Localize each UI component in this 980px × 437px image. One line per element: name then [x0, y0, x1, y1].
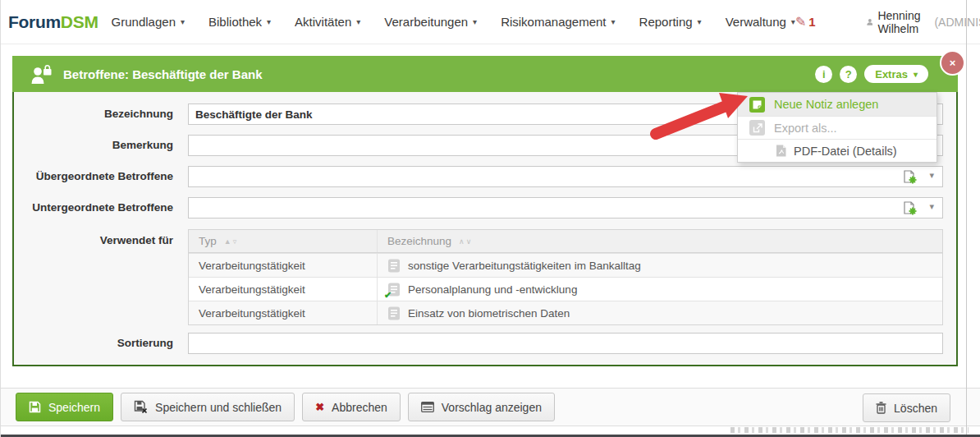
menu-item-reporting[interactable]: Reporting ▾	[639, 15, 702, 29]
cell-typ: Verarbeitungstätigkeit	[199, 260, 305, 272]
panel-header: Betroffene: Beschäftigte der Bank i ? Ex…	[12, 56, 958, 92]
user-icon	[867, 16, 873, 28]
main-menu: Grundlagen ▾ Bibliothek ▾ Aktivitäten ▾ …	[112, 15, 795, 29]
menu-item-bibliothek[interactable]: Bibliothek ▾	[208, 15, 271, 29]
untergeordnete-combo: ▾	[188, 197, 943, 218]
field-row-sortierung: Sortierung	[14, 333, 943, 354]
verwendet-label: Verwendet für	[14, 229, 188, 325]
combo-dropdown-icon[interactable]: ▾	[929, 170, 934, 181]
button-label: Abbrechen	[332, 401, 387, 414]
cell-bezeichnung: Einsatz von biometrischen Daten	[408, 307, 570, 320]
chevron-down-icon: ▾	[473, 17, 477, 26]
menu-label: Bibliothek	[208, 15, 262, 29]
menu-item-verwaltung[interactable]: Verwaltung ▾	[726, 15, 795, 29]
sort-icon: ∧∨	[459, 237, 473, 246]
top-nav: ForumDSM Grundlagen ▾ Bibliothek ▾ Aktiv…	[1, 0, 980, 44]
menu-item-grundlagen[interactable]: Grundlagen ▾	[112, 15, 185, 29]
save-close-icon	[134, 400, 148, 414]
menu-item-new-note[interactable]: Neue Notiz anlegen	[738, 93, 936, 116]
save-icon	[29, 401, 41, 413]
field-row-uebergeordnete: Übergeordnete Betroffene ▾	[14, 166, 943, 187]
button-label: Löschen	[894, 402, 937, 415]
chevron-down-icon: ▾	[181, 17, 185, 26]
field-row-untergeordnete: Untergeordnete Betroffene ▾	[14, 197, 943, 218]
chevron-down-icon: ▾	[611, 17, 616, 26]
menu-label: Risikomanagement	[501, 15, 606, 29]
uebergeordnete-label: Übergeordnete Betroffene	[14, 166, 188, 187]
new-document-icon[interactable]	[903, 170, 917, 184]
menu-label: Verarbeitungen	[384, 15, 468, 29]
user-menu[interactable]: Henning Wilhelm (ADMINISTRATOR) ▾	[867, 9, 980, 35]
cell-bezeichnung: sonstige Verarbeitungstätigkeiten im Ban…	[408, 260, 641, 272]
new-document-icon[interactable]	[903, 201, 917, 215]
table-row[interactable]: Verarbeitungstätigkeit ✔ Personalplanung…	[189, 277, 942, 301]
pencil-icon: ✎	[795, 14, 806, 30]
user-role: (ADMINISTRATOR)	[934, 16, 980, 29]
column-label: Bezeichnung	[387, 235, 451, 247]
logo-forum: Forum	[8, 12, 61, 31]
table-row[interactable]: Verarbeitungstätigkeit Einsatz von biome…	[189, 301, 942, 324]
close-button[interactable]: ×	[940, 50, 965, 76]
menu-label: Aktivitäten	[295, 15, 351, 29]
person-lock-icon	[30, 64, 53, 85]
list-icon	[421, 402, 434, 412]
table-row[interactable]: Verarbeitungstätigkeit sonstige Verarbei…	[189, 253, 942, 277]
untergeordnete-label: Untergeordnete Betroffene	[14, 197, 188, 218]
menu-item-label: Export als...	[774, 122, 837, 135]
menu-item-aktivitaeten[interactable]: Aktivitäten ▾	[295, 15, 360, 29]
header-controls: i ? Extras ▾	[815, 65, 928, 83]
save-and-close-button[interactable]: Speichern und schließen	[121, 393, 295, 421]
footer-watermark	[730, 427, 969, 433]
edit-notifications-badge[interactable]: ✎ 1	[795, 14, 816, 30]
export-icon	[749, 120, 765, 136]
cancel-x-icon: ✖	[315, 401, 324, 413]
column-header-typ[interactable]: Typ ▲▿	[189, 230, 378, 252]
action-bar: Speichern Speichern und schließen ✖ Abbr…	[1, 388, 980, 426]
logo-dsm: DSM	[61, 12, 98, 31]
window-edge	[966, 0, 967, 437]
chevron-down-icon: ▾	[698, 17, 702, 26]
note-icon	[749, 97, 765, 113]
info-button[interactable]: i	[815, 66, 832, 83]
menu-item-verarbeitungen[interactable]: Verarbeitungen ▾	[384, 15, 477, 29]
button-label: Vorschlag anzeigen	[442, 401, 542, 414]
menu-item-export-as[interactable]: Export als...	[738, 116, 936, 139]
nav-right: ✎ 1 Henning Wilhelm (ADMINISTRATOR) ▾	[795, 9, 980, 35]
check-icon: ✔	[384, 290, 392, 301]
extras-button[interactable]: Extras ▾	[864, 65, 928, 83]
cell-bezeichnung: Personalplanung und -entwicklung	[408, 283, 577, 296]
document-checked-icon: ✔	[387, 283, 401, 297]
sort-icon: ▲▿	[224, 237, 238, 246]
trash-icon	[876, 402, 886, 414]
menu-label: Reporting	[639, 15, 693, 29]
help-button[interactable]: ?	[840, 66, 857, 83]
user-name: Henning Wilhelm	[877, 9, 929, 35]
chevron-down-icon: ▾	[356, 17, 360, 26]
column-label: Typ	[199, 235, 217, 247]
cell-typ: Verarbeitungstätigkeit	[199, 283, 305, 296]
menu-item-risikomanagement[interactable]: Risikomanagement ▾	[501, 15, 615, 29]
field-row-verwendet: Verwendet für Typ ▲▿ Bezeichnung ∧∨ Vera…	[14, 229, 943, 325]
table-header-row: Typ ▲▿ Bezeichnung ∧∨	[189, 230, 942, 253]
save-button[interactable]: Speichern	[16, 393, 113, 421]
show-proposal-button[interactable]: Vorschlag anzeigen	[408, 393, 555, 421]
extras-label: Extras	[875, 68, 908, 80]
app-logo[interactable]: ForumDSM	[8, 12, 98, 32]
cancel-button[interactable]: ✖ Abbrechen	[302, 393, 401, 421]
chevron-down-icon: ▾	[267, 17, 271, 26]
column-header-bezeichnung[interactable]: Bezeichnung ∧∨	[378, 230, 942, 252]
menu-item-pdf-details[interactable]: PDF-Datei (Details)	[738, 139, 936, 162]
chevron-down-icon: ▾	[914, 70, 918, 79]
cell-typ: Verarbeitungstätigkeit	[199, 307, 305, 320]
untergeordnete-input[interactable]	[188, 197, 943, 218]
combo-dropdown-icon[interactable]: ▾	[929, 201, 934, 212]
edit-count: 1	[808, 15, 815, 29]
delete-button[interactable]: Löschen	[863, 393, 950, 422]
pdf-file-icon	[776, 145, 786, 157]
sortierung-input[interactable]	[188, 333, 943, 354]
uebergeordnete-input[interactable]	[188, 166, 943, 187]
app-window: ForumDSM Grundlagen ▾ Bibliothek ▾ Aktiv…	[0, 0, 980, 437]
button-label: Speichern	[48, 401, 100, 414]
button-label: Speichern und schließen	[155, 401, 282, 414]
page-title: Betroffene: Beschäftigte der Bank	[63, 67, 263, 81]
